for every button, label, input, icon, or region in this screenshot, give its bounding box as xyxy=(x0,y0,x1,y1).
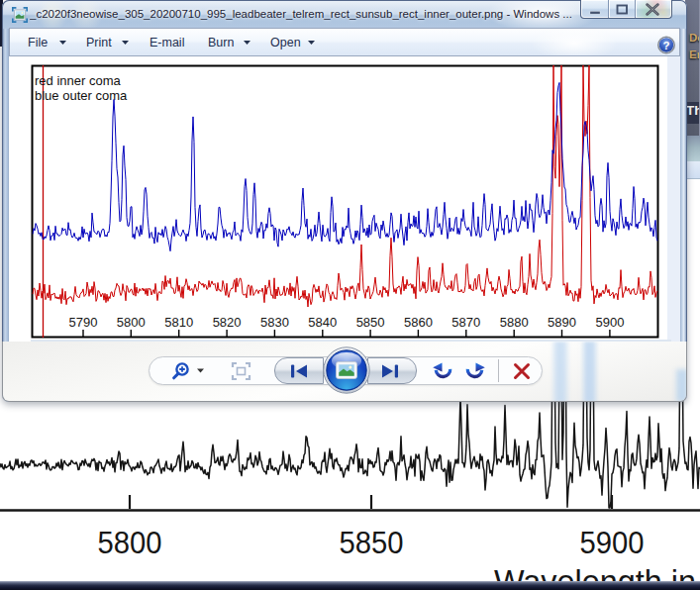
svg-text:5850: 5850 xyxy=(356,315,385,330)
svg-text:5870: 5870 xyxy=(451,315,480,330)
svg-text:5860: 5860 xyxy=(404,315,433,330)
svg-text:5880: 5880 xyxy=(500,315,529,330)
svg-text:5900: 5900 xyxy=(595,315,624,330)
svg-text:5790: 5790 xyxy=(69,315,98,330)
svg-text:5800: 5800 xyxy=(98,525,162,560)
svg-text:5900: 5900 xyxy=(580,525,645,560)
svg-text:?: ? xyxy=(662,40,669,51)
svg-text:5830: 5830 xyxy=(260,315,289,330)
svg-text:5890: 5890 xyxy=(548,315,576,330)
svg-text:red inner coma: red inner coma xyxy=(35,73,121,88)
svg-text:5840: 5840 xyxy=(308,315,337,330)
svg-text:5810: 5810 xyxy=(164,315,193,330)
svg-text:5800: 5800 xyxy=(117,315,146,330)
svg-text:5820: 5820 xyxy=(213,315,242,330)
svg-text:5850: 5850 xyxy=(340,525,404,560)
